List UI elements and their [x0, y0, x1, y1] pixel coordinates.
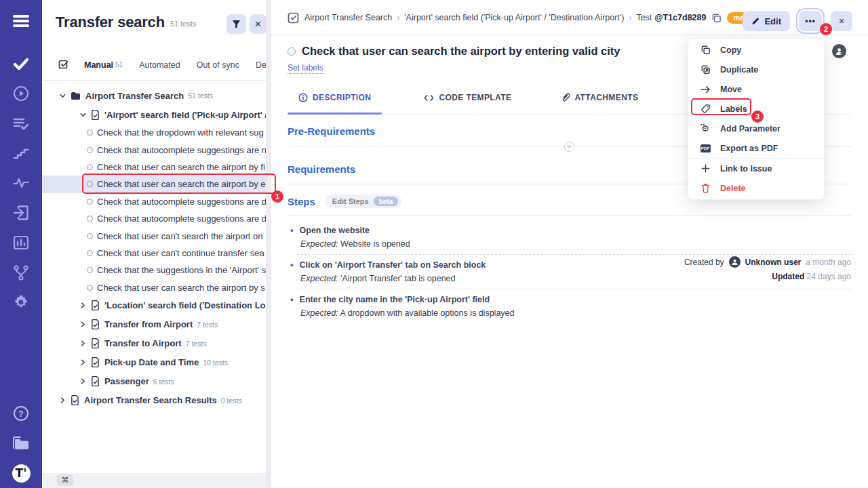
chevron-right-icon[interactable]	[80, 359, 87, 365]
test-status-icon	[87, 285, 93, 291]
step-expected: Expected: A dropdown with available opti…	[300, 308, 851, 319]
tree-suite-item[interactable]: Transfer to Airport7 tests	[42, 334, 266, 353]
tree-suite-item[interactable]: Pick-up Date and Time10 tests	[42, 353, 266, 372]
tree-test-item[interactable]: Check that the dropdown with relevant su…	[42, 124, 266, 141]
panel-resize-gutter[interactable]	[266, 0, 271, 488]
menu-item-export-as-pdf[interactable]: PDFExport as PDF	[688, 138, 824, 158]
filter-button[interactable]	[226, 14, 246, 34]
tree-suite-item[interactable]: Transfer from Airport7 tests	[42, 315, 266, 334]
tree-test-item[interactable]: Check that user can search the airport b…	[42, 176, 266, 192]
sidebar-item-traceability[interactable]	[0, 258, 42, 287]
tab-attachments[interactable]: ATTACHMENTS	[551, 89, 649, 106]
tree-suite-item[interactable]: Airport Transfer Search Results0 tests	[42, 391, 266, 410]
tree-test-item[interactable]: Check that user can't continue transfer …	[42, 245, 266, 262]
suite-doc-icon	[91, 300, 100, 310]
tab-code-template[interactable]: CODE TEMPLATE	[413, 89, 522, 106]
panel-close-button[interactable]: ✕	[250, 14, 267, 34]
close-detail-button[interactable]: ×	[831, 11, 852, 31]
step-bullet-icon: •	[290, 225, 294, 237]
tree-suite-item[interactable]: 'Location' search field ('Destination Lo…	[42, 296, 266, 315]
panel-tab-automated[interactable]: Automated	[139, 60, 180, 70]
menu-item-duplicate[interactable]: Duplicate	[688, 60, 824, 79]
breadcrumb-separator: ›	[397, 13, 399, 22]
tree-suite-item[interactable]: 'Airport' search field ('Pick-up Airport…	[42, 105, 266, 124]
tree-test-item[interactable]: Check that user can search the airport b…	[42, 279, 266, 296]
main-menu-button[interactable]	[0, 9, 42, 33]
tree-test-item[interactable]: Check that the suggestions in the 'Airpo…	[42, 262, 266, 279]
svg-text:?: ?	[18, 409, 23, 419]
menu-item-add-parameter[interactable]: ⚙••Add Parameter	[688, 119, 824, 138]
breadcrumb-item[interactable]: Test	[636, 13, 652, 22]
help-button[interactable]: ?	[0, 399, 42, 428]
creator-avatar-icon	[729, 256, 741, 268]
detail-topbar: Airport Transfer Search › 'Airport' sear…	[271, 0, 868, 35]
breadcrumb-item[interactable]: Airport Transfer Search	[304, 13, 392, 22]
bar-chart-icon	[13, 235, 29, 250]
collapse-toggle-button[interactable]	[564, 142, 574, 152]
copy-id-button[interactable]	[711, 13, 722, 23]
suite-doc-icon	[91, 357, 100, 367]
sidebar-item-reports[interactable]	[0, 228, 42, 258]
chevron-right-icon[interactable]	[80, 378, 87, 384]
beta-badge: beta	[374, 197, 399, 206]
set-labels-link[interactable]: Set labels	[288, 63, 323, 74]
menu-item-labels[interactable]: Labels	[688, 99, 824, 119]
edit-steps-button[interactable]: Edit Steps beta	[325, 195, 401, 208]
select-all-icon	[58, 59, 69, 70]
suite-tree: Airport Transfer Search51 tests'Airport'…	[42, 86, 266, 473]
tab-label: ATTACHMENTS	[574, 93, 638, 102]
panel-tab-out-of-sync[interactable]: Out of sync	[197, 60, 239, 70]
chevron-right-icon[interactable]	[80, 340, 87, 346]
panel-tab-manual[interactable]: Manual51	[84, 60, 123, 70]
sidebar-item-plans[interactable]	[0, 108, 42, 138]
sidebar-item-requirements[interactable]	[0, 198, 42, 228]
menu-item-copy[interactable]: Copy	[688, 40, 824, 60]
edit-button[interactable]: Edit	[743, 11, 790, 31]
tree-test-item[interactable]: Check that autocomplete suggestions are …	[42, 193, 266, 210]
check-icon	[13, 57, 29, 70]
panel-tab-de[interactable]: De	[256, 60, 267, 70]
chevron-down-icon[interactable]	[60, 93, 66, 99]
tree-item-label: Airport Transfer Search	[85, 91, 184, 101]
tree-test-item[interactable]: Check that user can't search the airport…	[42, 227, 266, 244]
breadcrumb-item[interactable]: 'Airport' search field ('Pick-up Airport…	[404, 13, 624, 22]
account-button[interactable]: T'	[0, 458, 42, 488]
menu-item-move[interactable]: Move	[688, 79, 824, 99]
tree-test-item[interactable]: Check that user can search the airport b…	[42, 159, 266, 176]
tree-item-count: 51 tests	[188, 92, 213, 100]
sidebar-item-settings[interactable]	[0, 287, 42, 317]
folder-icon	[12, 436, 30, 451]
tab-description[interactable]: DESCRIPTION	[288, 89, 382, 106]
tree-test-item[interactable]: Check that autocomplete suggestions are …	[42, 210, 266, 227]
app-window: ? T' Transfer search 51 tests ✕ Manual51…	[0, 0, 868, 488]
updated-label: Updated	[772, 272, 804, 281]
chevron-right-icon[interactable]	[80, 321, 87, 327]
chevron-down-icon[interactable]	[80, 112, 87, 118]
gear-icon	[13, 294, 29, 310]
suite-doc-icon	[91, 376, 100, 386]
tree-item-label: Airport Transfer Search Results	[84, 395, 217, 405]
tree-item-label: Transfer from Airport	[104, 319, 193, 329]
tree-item-label: 'Location' search field ('Destination Lo…	[104, 300, 266, 310]
panel-test-count: 51 tests	[170, 20, 197, 28]
tree-item-label: Check that user can't continue transfer …	[97, 248, 264, 258]
tree-suite-item[interactable]: Passenger6 tests	[42, 372, 266, 391]
sidebar-item-defects[interactable]	[0, 168, 42, 198]
command-shortcut-button[interactable]: ⌘	[57, 474, 73, 486]
menu-item-link-to-issue[interactable]: Link to Issue	[688, 159, 824, 178]
test-status-icon	[87, 129, 93, 136]
menu-item-delete[interactable]: Delete	[688, 178, 824, 198]
tree-suite-item[interactable]: Airport Transfer Search51 tests	[42, 86, 266, 105]
tree-item-label: Check that autocomplete suggestions are …	[97, 197, 266, 207]
sidebar-item-tests[interactable]	[0, 49, 42, 79]
tree-test-item[interactable]: Check that autocomplete suggestings are …	[42, 141, 266, 158]
more-actions-button[interactable]: •••	[799, 11, 822, 31]
sidebar-item-runs[interactable]	[0, 79, 42, 108]
projects-button[interactable]	[0, 428, 42, 458]
sidebar-item-milestones[interactable]	[0, 138, 42, 168]
select-all-button[interactable]	[58, 59, 69, 70]
chevron-right-icon[interactable]	[60, 397, 66, 403]
step-bullet-icon: •	[290, 294, 294, 306]
chevron-right-icon[interactable]	[80, 302, 87, 308]
duplicate-icon	[700, 64, 711, 75]
